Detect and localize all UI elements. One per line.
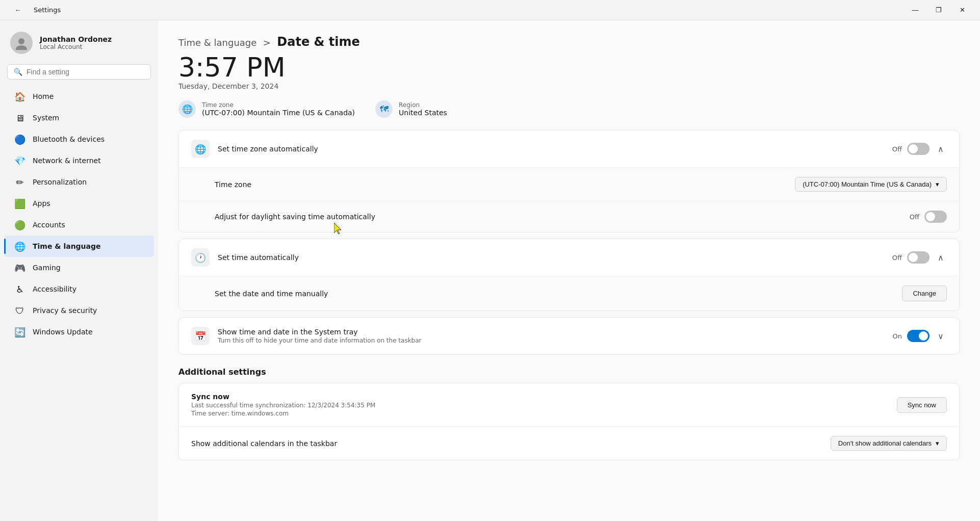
system-tray-card: 📅 Show time and date in the System tray … [178,317,960,355]
nav-label-home: Home [33,92,54,100]
sidebar-item-update[interactable]: 🔄 Windows Update [4,321,154,343]
titlebar: ← Settings — ❐ ✕ [0,0,980,20]
set-time-auto-row: 🕐 Set time automatically Off ∧ [179,239,959,276]
breadcrumb: Time & language > Date & time [178,35,960,49]
calendars-dropdown-value: Don't show additional calendars [838,439,932,447]
system-tray-info: Show time and date in the System tray Tu… [218,328,885,344]
calendars-dropdown[interactable]: Don't show additional calendars ▾ [831,436,947,451]
system-tray-icon: 📅 [191,327,210,345]
timezone-auto-toggle-label: Off [892,145,902,153]
system-tray-row: 📅 Show time and date in the System tray … [179,318,959,354]
nav-label-accounts: Accounts [33,221,65,229]
timezone-auto-toggle[interactable] [907,143,930,155]
set-time-auto-label: Set time automatically [218,253,884,262]
nav-label-gaming: Gaming [33,264,61,272]
search-icon: 🔍 [14,68,22,76]
sync-title: Sync now [191,393,889,401]
nav-label-network: Network & internet [33,157,101,165]
sidebar-item-privacy[interactable]: 🛡 Privacy & security [4,300,154,321]
sidebar-profile[interactable]: Jonathan Ordonez Local Account [0,27,158,64]
daylight-toggle[interactable] [924,211,947,223]
change-datetime-button[interactable]: Change [902,285,947,301]
search-box[interactable]: 🔍 [7,64,151,80]
sidebar-item-apps[interactable]: 🟩 Apps [4,193,154,214]
timezone-dropdown[interactable]: (UTC-07:00) Mountain Time (US & Canada) … [795,177,947,192]
nav-label-apps: Apps [33,199,50,207]
current-date: Tuesday, December 3, 2024 [178,82,960,90]
timezone-value: (UTC-07:00) Mountain Time (US & Canada) [202,109,355,117]
profile-sub: Local Account [40,43,112,50]
breadcrumb-sep: > [263,37,271,48]
sidebar-item-personalization[interactable]: ✏️ Personalization [4,171,154,193]
nav-label-privacy: Privacy & security [33,306,97,315]
breadcrumb-parent: Time & language [178,37,256,48]
region-value: United States [399,109,447,117]
timezone-meta: 🌐 Time zone (UTC-07:00) Mountain Time (U… [178,100,355,118]
minimize-button[interactable]: — [904,2,927,18]
set-time-auto-control: Off ∧ [892,251,947,264]
region-meta-info: Region United States [399,101,447,117]
daylight-control: Off [910,211,947,223]
system-tray-control: On ∨ [893,330,947,342]
calendars-info: Show additional calendars in the taskbar [191,439,822,448]
sidebar-item-home[interactable]: 🏠 Home [4,86,154,107]
timezone-label: Time zone [202,101,355,109]
close-button[interactable]: ✕ [950,2,974,18]
set-timezone-auto-row: 🌐 Set time zone automatically Off ∧ [179,131,959,168]
sidebar-item-time[interactable]: 🌐 Time & language [4,236,154,257]
timezone-auto-card: 🌐 Set time zone automatically Off ∧ Time… [178,130,960,232]
time-meta: 🌐 Time zone (UTC-07:00) Mountain Time (U… [178,100,960,118]
timezone-row-control: (UTC-07:00) Mountain Time (US & Canada) … [795,177,947,192]
system-tray-sublabel: Turn this off to hide your time and date… [218,337,885,344]
nav-label-personalization: Personalization [33,178,87,186]
region-meta-icon: 🗺 [375,100,393,118]
calendars-row: Show additional calendars in the taskbar… [179,427,959,460]
system-tray-label: Show time and date in the System tray [218,328,885,336]
profile-name: Jonathan Ordonez [40,35,112,43]
system-tray-toggle-label: On [893,332,902,340]
nav-icon-accounts: 🟢 [14,219,25,230]
nav-icon-update: 🔄 [14,326,25,337]
sync-now-button[interactable]: Sync now [897,397,947,413]
system-tray-toggle[interactable] [907,330,930,342]
sidebar-item-accessibility[interactable]: ♿ Accessibility [4,278,154,300]
timezone-auto-icon: 🌐 [191,140,210,158]
titlebar-left: ← Settings [6,2,61,18]
current-time: 3:57 PM [178,53,960,82]
sidebar-item-bluetooth[interactable]: 🔵 Bluetooth & devices [4,128,154,150]
timezone-row: Time zone (UTC-07:00) Mountain Time (US … [179,168,959,201]
nav-icon-personalization: ✏️ [14,176,25,188]
sidebar-item-gaming[interactable]: 🎮 Gaming [4,257,154,278]
avatar [10,32,33,54]
sync-server: Time server: time.windows.com [191,410,889,417]
nav-icon-system: 🖥 [14,112,25,123]
system-tray-chevron[interactable]: ∨ [935,330,947,342]
nav-icon-accessibility: ♿ [14,283,25,295]
timezone-dropdown-chevron: ▾ [936,180,939,188]
search-input[interactable] [27,68,144,76]
daylight-label: Adjust for daylight saving time automati… [215,213,901,221]
nav-label-bluetooth: Bluetooth & devices [33,135,105,143]
set-time-auto-toggle[interactable] [907,251,930,264]
region-meta: 🗺 Region United States [375,100,447,118]
sidebar-item-system[interactable]: 🖥 System [4,107,154,128]
nav-icon-apps: 🟩 [14,198,25,209]
nav-label-update: Windows Update [33,328,93,336]
timezone-meta-info: Time zone (UTC-07:00) Mountain Time (US … [202,101,355,117]
nav-label-system: System [33,114,59,122]
timezone-meta-icon: 🌐 [178,100,196,118]
sidebar-item-accounts[interactable]: 🟢 Accounts [4,214,154,236]
svg-point-1 [16,45,27,50]
maximize-button[interactable]: ❐ [927,2,950,18]
back-button[interactable]: ← [6,2,30,18]
svg-point-0 [18,38,24,44]
set-time-auto-card: 🕐 Set time automatically Off ∧ Set the d… [178,239,960,311]
main-panel: Time & language > Date & time 3:57 PM Tu… [158,20,980,521]
timezone-auto-chevron[interactable]: ∧ [935,143,947,155]
set-time-auto-chevron[interactable]: ∧ [935,252,947,264]
nav-label-accessibility: Accessibility [33,285,76,293]
sync-info: Sync now Last successful time synchroniz… [191,393,889,417]
sidebar-item-network[interactable]: 💎 Network & internet [4,150,154,171]
calendars-label: Show additional calendars in the taskbar [191,439,822,448]
additional-settings-heading: Additional settings [178,367,960,377]
